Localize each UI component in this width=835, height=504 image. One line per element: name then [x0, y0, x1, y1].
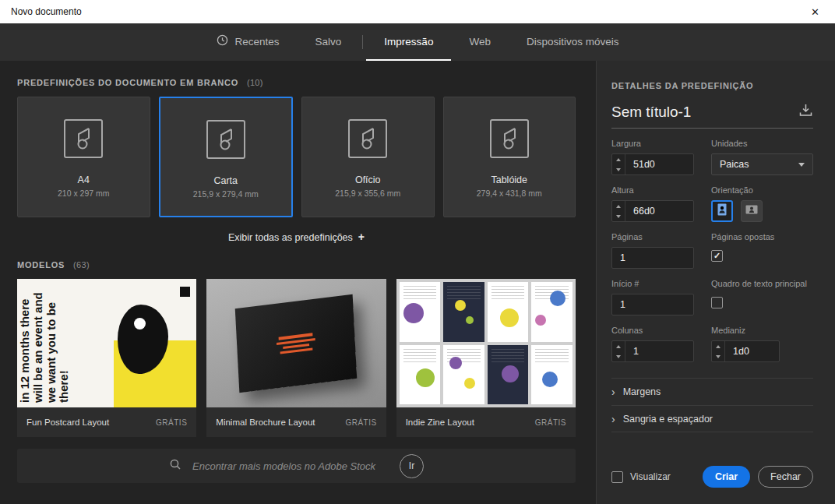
columns-stepper-arrows [612, 341, 625, 361]
preset-details-title: DETALHES DA PREDEFINIÇÃO [611, 81, 813, 90]
search-input[interactable] [192, 460, 389, 472]
primary-text-frame-checkbox[interactable] [711, 297, 723, 308]
blank-presets-header: PREDEFINIÇÕES DO DOCUMENTO EM BRANCO (10… [17, 78, 576, 87]
template-price-badge: GRÁTIS [345, 418, 376, 427]
category-tabs: Recentes Salvo Impressão Web Dispositivo… [0, 23, 835, 61]
save-preset-icon[interactable] [798, 104, 813, 121]
title-bar: Novo documento ✕ [0, 0, 835, 23]
portrait-page-icon [716, 203, 728, 219]
stepper-down-icon[interactable] [712, 351, 724, 361]
bleed-slug-section-toggle[interactable]: › Sangria e espaçador [611, 405, 813, 432]
document-name-field[interactable]: Sem título-1 [611, 104, 798, 121]
template-card-minimal-brochure[interactable]: Minimal Brochure Layout GRÁTIS [206, 279, 386, 437]
stepper-up-icon[interactable] [612, 341, 625, 351]
document-preset-icon [62, 118, 104, 163]
preset-size: 210 x 297 mm [58, 189, 110, 198]
orientation-portrait-button[interactable] [711, 200, 733, 222]
preset-details-panel: DETALHES DA PREDEFINIÇÃO Sem título-1 La… [596, 61, 835, 504]
width-stepper [611, 153, 694, 175]
tab-impressao[interactable]: Impressão [366, 23, 451, 61]
templates-count: (63) [73, 260, 90, 270]
units-dropdown[interactable]: Paicas [711, 153, 813, 175]
document-name-row: Sem título-1 [611, 104, 813, 129]
collapsible-sections: › Margens › Sangria e espaçador [611, 378, 813, 432]
columns-stepper [611, 340, 694, 362]
units-label: Unidades [711, 139, 813, 148]
chevron-right-icon: › [611, 386, 615, 397]
tab-label: Salvo [315, 36, 342, 48]
facing-pages-checkbox[interactable] [711, 250, 723, 262]
tab-label: Dispositivos móveis [527, 36, 619, 48]
orientation-label: Orientação [711, 185, 813, 195]
template-card-fun-postcard[interactable]: in 12 months there will be an event and … [17, 279, 196, 437]
plus-icon: + [358, 231, 365, 243]
stepper-up-icon[interactable] [712, 341, 724, 351]
preview-toggle-group: Visualizar [611, 471, 671, 483]
tab-label: Web [469, 36, 491, 48]
preset-name: A4 [78, 174, 90, 185]
stepper-up-icon[interactable] [612, 201, 625, 211]
preset-card-row: A4 210 x 297 mm Carta 215,9 x 279,4 mm O… [17, 97, 576, 217]
margins-section-label: Margens [623, 386, 661, 397]
orientation-buttons [711, 200, 813, 222]
template-price-badge: GRÁTIS [535, 418, 566, 427]
start-number-input[interactable] [611, 294, 694, 315]
tab-web[interactable]: Web [451, 23, 509, 61]
gutter-label: Medianiz [711, 326, 813, 335]
preset-card-oficio[interactable]: Ofício 215,9 x 355,6 mm [301, 97, 435, 217]
search-icon [169, 458, 181, 474]
template-thumbnail [396, 279, 576, 407]
templates-header: MODELOS (63) [17, 260, 576, 270]
height-stepper-arrows [612, 201, 625, 221]
preset-name: Tablóide [491, 174, 527, 185]
stepper-down-icon[interactable] [612, 211, 625, 221]
adobe-stock-search-bar: Ir [17, 449, 576, 483]
template-label-bar: Indie Zine Layout GRÁTIS [396, 407, 576, 437]
preview-checkbox[interactable] [611, 471, 623, 483]
templates-title: MODELOS [17, 260, 65, 270]
chevron-right-icon: › [611, 414, 615, 425]
search-go-button[interactable]: Ir [400, 454, 424, 478]
create-button[interactable]: Criar [703, 466, 750, 488]
blank-presets-count: (10) [247, 78, 263, 87]
template-name: Indie Zine Layout [406, 418, 474, 427]
preset-card-tabloide[interactable]: Tablóide 279,4 x 431,8 mm [443, 97, 576, 217]
show-all-presets-link[interactable]: Exibir todas as predefinições+ [17, 231, 576, 243]
orientation-landscape-button[interactable] [741, 200, 763, 222]
tab-separator [362, 35, 363, 49]
close-dialog-button[interactable]: Fechar [758, 466, 813, 488]
template-name: Minimal Brochure Layout [216, 418, 315, 427]
pages-input[interactable] [611, 247, 694, 269]
stepper-down-icon[interactable] [612, 351, 625, 361]
tab-salvo[interactable]: Salvo [298, 23, 360, 61]
template-card-indie-zine[interactable]: Indie Zine Layout GRÁTIS [396, 279, 576, 437]
width-stepper-arrows [612, 154, 625, 174]
stepper-up-icon[interactable] [612, 154, 625, 164]
preset-name: Carta [213, 175, 238, 186]
document-preset-icon [488, 118, 530, 163]
height-stepper [611, 200, 694, 222]
blank-presets-title: PREDEFINIÇÕES DO DOCUMENTO EM BRANCO [17, 78, 238, 87]
template-thumbnail: in 12 months there will be an event and … [17, 279, 196, 407]
template-name: Fun Postcard Layout [26, 418, 109, 427]
template-label-bar: Fun Postcard Layout GRÁTIS [17, 407, 196, 437]
preset-card-carta[interactable]: Carta 215,9 x 279,4 mm [159, 97, 294, 217]
pages-label: Páginas [611, 232, 694, 241]
bleed-slug-section-label: Sangria e espaçador [623, 414, 713, 425]
template-price-badge: GRÁTIS [156, 418, 187, 427]
margins-section-toggle[interactable]: › Margens [611, 378, 813, 405]
brochure-cover [235, 294, 358, 393]
template-card-row: in 12 months there will be an event and … [17, 279, 576, 437]
tab-label: Recentes [235, 36, 280, 48]
preset-card-a4[interactable]: A4 210 x 297 mm [17, 97, 150, 217]
template-thumbnail [206, 279, 386, 407]
tab-recentes[interactable]: Recentes [199, 23, 298, 61]
start-number-label: Início # [611, 279, 694, 288]
preset-name: Ofício [355, 174, 381, 185]
tab-dispositivos-moveis[interactable]: Dispositivos móveis [509, 23, 637, 61]
close-icon[interactable]: ✕ [806, 5, 824, 19]
preset-size: 279,4 x 431,8 mm [477, 189, 542, 198]
stepper-down-icon[interactable] [612, 164, 625, 174]
presets-and-templates-pane: PREDEFINIÇÕES DO DOCUMENTO EM BRANCO (10… [0, 61, 596, 504]
preset-size: 215,9 x 355,6 mm [335, 189, 400, 198]
